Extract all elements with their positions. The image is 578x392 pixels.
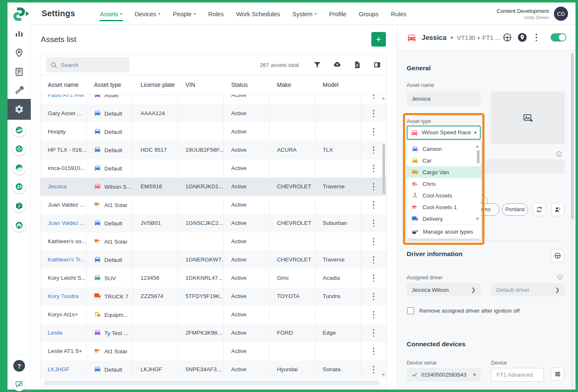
asset-name-cell[interactable]: LKJHGF <box>40 360 86 379</box>
group-chip-portland[interactable]: Portland <box>502 203 528 216</box>
row-menu-button[interactable] <box>373 329 375 337</box>
scroll-down-arrow[interactable] <box>382 374 385 376</box>
table-row[interactable]: Gary Asset ...DefaultAAAA124Active <box>40 104 386 123</box>
sidebar-item-locations[interactable] <box>14 48 24 58</box>
row-menu-button[interactable] <box>373 274 375 282</box>
driver-assign-button[interactable] <box>502 32 512 42</box>
assigned-driver-field[interactable]: Jessica Wilson❯ <box>407 283 481 296</box>
asset-name-cell[interactable]: Jessica <box>40 178 86 196</box>
row-menu-button[interactable] <box>373 95 375 99</box>
row-menu-button[interactable] <box>373 256 375 264</box>
asset-type-combobox[interactable]: Wilson Speed Racer ▾ <box>407 126 481 140</box>
dropdown-scrollbar[interactable] <box>477 150 479 163</box>
ignition-checkbox[interactable] <box>407 307 414 314</box>
table-row[interactable]: imca-015910...DefaultActive <box>40 159 386 178</box>
sidebar-app-icon-2[interactable] <box>12 142 26 155</box>
avatar[interactable]: CD <box>554 7 568 21</box>
filter-icon[interactable] <box>313 61 321 69</box>
tab-people[interactable]: People▾ <box>173 2 196 25</box>
dropdown-option-delivery[interactable]: Delivery <box>407 213 481 224</box>
table-row[interactable]: Juan Valdez ...DefaultJVSB011GNSCJKC2...… <box>40 214 386 232</box>
feedback-button[interactable] <box>12 378 26 391</box>
asset-name-input[interactable]: Jessica <box>407 91 481 106</box>
sidebar-app-icon-4[interactable] <box>12 180 26 193</box>
dropdown-option-cargo-van[interactable]: Cargo Van <box>407 166 481 178</box>
asset-name-cell[interactable]: Kathleen's Tr... <box>40 251 86 269</box>
table-row[interactable]: Kathleen's so...At1 SolarActive <box>40 232 386 251</box>
table-row[interactable]: Leslie AT1 S+At1 SolarActive <box>40 342 386 360</box>
manage-asset-types-item[interactable]: Manage asset types <box>407 224 481 239</box>
table-row[interactable]: Kathleen's Tr...Default1GNERGKW7...Activ… <box>40 251 386 269</box>
sidebar-app-icon-6[interactable] <box>12 219 26 232</box>
dropdown-option-chris[interactable]: Chris <box>407 178 481 190</box>
asset-name-cell[interactable]: Juan Valdez ... <box>40 214 86 232</box>
asset-name-cell[interactable]: Kory Tundra <box>40 287 86 306</box>
row-menu-button[interactable] <box>373 110 375 117</box>
table-row[interactable]: Juan Valdez ...At1 SolarActive <box>40 196 386 214</box>
sidebar-item-reports[interactable] <box>14 29 24 39</box>
device-config-button[interactable] <box>551 367 564 381</box>
table-row[interactable]: LeslieTy Test ...2FMPK3K98...ActiveFORDE… <box>40 324 386 342</box>
default-driver-field[interactable]: Default driver❯ <box>491 283 565 296</box>
report-icon[interactable] <box>353 61 361 69</box>
table-row[interactable]: Korys At1s+Equipm...Active <box>40 306 386 324</box>
tab-rules[interactable]: Rules <box>391 2 406 25</box>
sidebar-item-forms[interactable] <box>14 67 24 77</box>
tab-assets[interactable]: Assets▾ <box>100 2 123 25</box>
sync-groups-button[interactable] <box>533 203 546 216</box>
table-row[interactable]: HooptyDefaultActive <box>40 123 386 141</box>
account-menu[interactable]: Content Development Unity Demo CD <box>496 2 568 25</box>
sidebar-item-settings-active[interactable] <box>7 99 31 120</box>
table-row[interactable]: Kory Leicht S...SUV1234561GKKNRL47...Act… <box>40 269 386 287</box>
dropdown-option-cool-assets[interactable]: Cool Assets <box>407 190 481 201</box>
download-icon[interactable] <box>333 61 341 69</box>
row-menu-button[interactable] <box>373 128 375 136</box>
driver-settings-button[interactable] <box>551 249 564 262</box>
asset-active-toggle[interactable] <box>551 33 566 42</box>
tab-system[interactable]: System▾ <box>292 2 316 25</box>
table-row[interactable]: Fabio AT1 HWAssetActive <box>40 95 386 104</box>
help-button[interactable]: ? <box>13 360 25 372</box>
row-menu-button[interactable] <box>373 165 375 172</box>
table-vertical-scrollbar[interactable] <box>383 144 385 194</box>
sidebar-expand-icon[interactable] <box>26 11 29 16</box>
tab-groups[interactable]: Groups <box>359 2 379 25</box>
add-asset-button[interactable]: + <box>371 32 386 47</box>
row-menu-button[interactable] <box>373 366 375 373</box>
columns-icon[interactable] <box>373 61 381 69</box>
tab-profile[interactable]: Profile <box>329 2 346 25</box>
row-menu-button[interactable] <box>373 201 375 209</box>
sidebar-item-maintenance[interactable] <box>14 86 24 96</box>
sidebar-app-icon-5[interactable] <box>12 199 26 212</box>
search-box[interactable] <box>46 57 129 72</box>
table-horizontal-scrollbar[interactable] <box>44 380 380 385</box>
sidebar-app-icon-3[interactable] <box>12 161 26 175</box>
table-row[interactable]: HP TLX - 016...DefaultHDC 951719UUB2F56F… <box>40 141 386 159</box>
manage-groups-button[interactable] <box>551 203 564 216</box>
device-type-input[interactable]: FT1 Advanced <box>491 368 544 382</box>
asset-image-upload[interactable] <box>491 91 565 144</box>
dropdown-scroll-up-icon[interactable] <box>476 145 479 148</box>
table-row[interactable]: JessicaWilson S...EMS9161GNKRJKD1...Acti… <box>40 178 386 196</box>
tab-roles[interactable]: Roles <box>208 2 224 25</box>
assigned-driver-info-icon[interactable] <box>557 274 563 281</box>
search-input[interactable] <box>61 62 123 68</box>
app-logo[interactable] <box>12 7 27 22</box>
panel-scrollbar[interactable] <box>571 53 574 219</box>
asset-name-cell[interactable]: Leslie <box>40 324 86 342</box>
row-menu-button[interactable] <box>373 238 375 245</box>
tab-work-schedules[interactable]: Work Schedules <box>236 2 280 25</box>
row-menu-button[interactable] <box>373 183 375 190</box>
row-menu-button[interactable] <box>373 146 375 154</box>
table-row[interactable]: LKJHGFDefaultLKJHGF5NPE34AF3...ActiveHyu… <box>40 360 386 379</box>
dropdown-option-cool-assets-1[interactable]: Cool Assets 1 <box>407 201 481 213</box>
row-menu-button[interactable] <box>373 311 375 318</box>
tab-devices[interactable]: Devices▾ <box>135 2 161 25</box>
scroll-up-arrow[interactable] <box>382 97 385 99</box>
dropdown-option-car[interactable]: Car <box>407 155 481 166</box>
row-menu-button[interactable] <box>373 348 375 355</box>
row-menu-button[interactable] <box>373 219 375 227</box>
row-menu-button[interactable] <box>373 293 375 300</box>
dropdown-scroll-down-icon[interactable] <box>476 218 479 220</box>
sidebar-app-icon-1[interactable] <box>12 123 26 137</box>
